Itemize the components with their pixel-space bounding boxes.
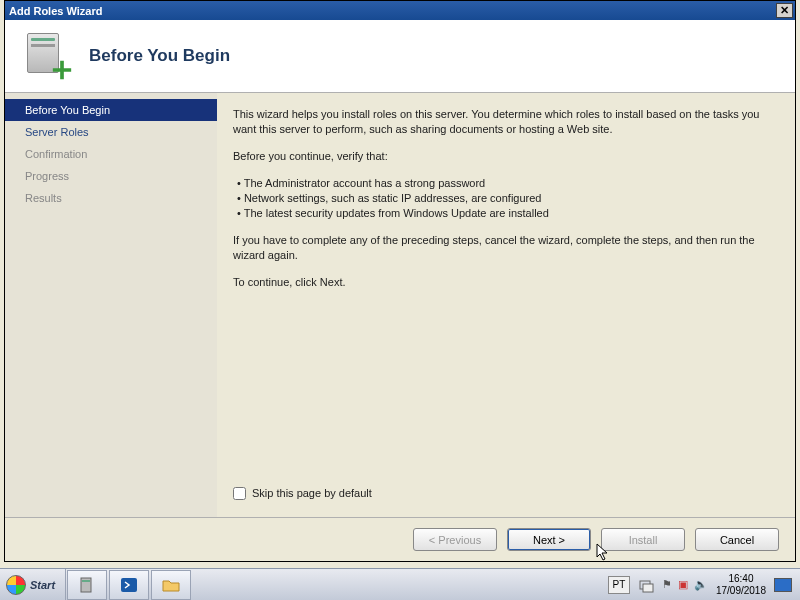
skip-page-label: Skip this page by default [252,486,372,501]
preceding-text: If you have to complete any of the prece… [233,233,775,263]
system-tray: PT ⚑ ▣ 🔈 16:40 17/09/2018 [600,569,800,600]
titlebar[interactable]: Add Roles Wizard ✕ [5,1,795,20]
wizard-content: This wizard helps you install roles on t… [217,93,795,517]
sidebar-item-confirmation[interactable]: Confirmation [5,143,217,165]
skip-page-checkbox[interactable] [233,487,246,500]
window-title: Add Roles Wizard [9,5,102,17]
sidebar-item-results[interactable]: Results [5,187,217,209]
intro-text: This wizard helps you install roles on t… [233,107,775,137]
wizard-window: Add Roles Wizard ✕ Before You Begin Befo… [4,0,796,562]
close-icon: ✕ [780,4,789,17]
bullet-item: Network settings, such as static IP addr… [237,191,775,206]
taskbar-apps [66,569,192,600]
language-indicator[interactable]: PT [608,576,630,594]
tray-devices-icon[interactable] [638,577,654,593]
bullet-item: The latest security updates from Windows… [237,206,775,221]
sidebar-item-progress[interactable]: Progress [5,165,217,187]
taskbar-app-server-manager[interactable] [67,570,107,600]
start-button[interactable]: Start [0,569,66,600]
verify-heading: Before you continue, verify that: [233,149,775,164]
install-button: Install [601,528,685,551]
sidebar-item-before-you-begin[interactable]: Before You Begin [5,99,217,121]
network-icon[interactable]: ▣ [678,578,688,591]
verify-bullets: The Administrator account has a strong p… [237,176,775,221]
taskbar: Start PT ⚑ ▣ 🔈 16:40 17/09/2018 [0,568,800,600]
cancel-button[interactable]: Cancel [695,528,779,551]
taskbar-app-explorer[interactable] [151,570,191,600]
close-button[interactable]: ✕ [776,3,793,18]
continue-text: To continue, click Next. [233,275,775,290]
flag-icon[interactable]: ⚑ [662,578,672,591]
powershell-icon [119,576,139,594]
next-button[interactable]: Next > [507,528,591,551]
clock-time: 16:40 [716,573,766,585]
wizard-body: Before You Begin Server Roles Confirmati… [5,92,795,517]
wizard-header: Before You Begin [5,20,795,92]
volume-icon[interactable]: 🔈 [694,578,708,591]
clock-date: 17/09/2018 [716,585,766,597]
svg-rect-1 [82,580,90,582]
taskbar-app-powershell[interactable] [109,570,149,600]
start-label: Start [30,579,55,591]
skip-page-checkbox-row[interactable]: Skip this page by default [233,486,775,501]
windows-orb-icon [6,575,26,595]
server-role-icon [23,31,73,81]
sidebar-item-server-roles[interactable]: Server Roles [5,121,217,143]
folder-icon [161,576,181,594]
step-sidebar: Before You Begin Server Roles Confirmati… [5,93,217,517]
page-title: Before You Begin [89,46,230,66]
clock[interactable]: 16:40 17/09/2018 [716,573,766,597]
server-manager-icon [77,576,97,594]
wizard-footer: < Previous Next > Install Cancel [5,517,795,561]
previous-button: < Previous [413,528,497,551]
bullet-item: The Administrator account has a strong p… [237,176,775,191]
show-desktop-icon[interactable] [774,578,792,592]
svg-rect-4 [643,584,653,592]
